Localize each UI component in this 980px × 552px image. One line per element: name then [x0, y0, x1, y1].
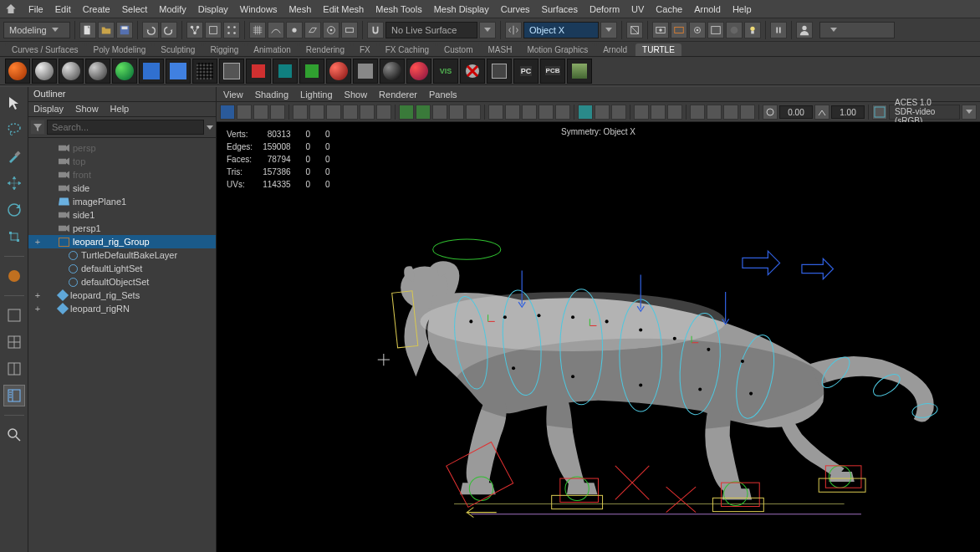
lasso-tool[interactable] — [3, 119, 25, 141]
outliner-item[interactable]: persp1 — [28, 222, 216, 235]
outliner-item[interactable]: defaultObjectSet — [28, 275, 216, 289]
shelf-icon-14[interactable] — [380, 59, 405, 84]
chevron-down-icon[interactable] — [207, 125, 213, 130]
gamma-value[interactable]: 1.00 — [831, 105, 865, 119]
filter-icon[interactable] — [31, 120, 44, 134]
outliner-item[interactable]: +leopard_rig_Sets — [28, 289, 216, 302]
shelf-icon-21[interactable] — [567, 59, 592, 84]
color-mgmt-dropdown[interactable]: ACES 1.0 SDR-video (sRGB) — [889, 105, 960, 120]
menu-uv[interactable]: UV — [631, 4, 644, 14]
last-tool[interactable] — [3, 265, 25, 287]
new-scene-button[interactable] — [79, 22, 96, 38]
two-layout-button[interactable] — [3, 358, 25, 380]
shelf-icon-18[interactable] — [487, 59, 512, 84]
rotate-tool[interactable] — [3, 199, 25, 221]
outliner-item[interactable]: persp — [28, 141, 216, 155]
shelf-icon-0[interactable] — [5, 59, 30, 84]
deformer-icon[interactable] — [740, 105, 755, 120]
menu-curves[interactable]: Curves — [501, 4, 530, 14]
outliner-item[interactable]: imagePlane1 — [28, 195, 216, 208]
menu-modify[interactable]: Modify — [159, 4, 186, 14]
snap-view-button[interactable] — [341, 22, 358, 38]
outliner-layout-button[interactable] — [3, 385, 25, 406]
construction-history-button[interactable] — [626, 22, 643, 38]
xray-joints-button[interactable] — [611, 105, 626, 120]
exposure-gear-icon[interactable] — [763, 105, 778, 120]
expand-icon[interactable]: + — [33, 237, 42, 247]
bookmark-button[interactable] — [253, 105, 268, 120]
camera-select-button[interactable] — [220, 105, 235, 120]
viewport[interactable]: Verts:8031300Edges:15900800Faces:7879400… — [217, 122, 980, 552]
select-tool[interactable] — [3, 92, 25, 114]
shelf-tab-turtle[interactable]: TURTLE — [635, 43, 681, 56]
shelf-icon-19[interactable]: PC — [513, 59, 538, 84]
ipr-button[interactable] — [671, 22, 687, 38]
2d-pan-button[interactable] — [293, 105, 308, 120]
select-hierarchy-button[interactable] — [186, 22, 203, 38]
shelf-tab-custom[interactable]: Custom — [437, 43, 479, 56]
four-layout-button[interactable] — [3, 331, 25, 353]
shelf-tab-rendering[interactable]: Rendering — [299, 43, 351, 56]
account-button[interactable] — [796, 22, 813, 38]
vp-menu-renderer[interactable]: Renderer — [379, 89, 417, 100]
select-object-button[interactable] — [205, 22, 222, 38]
shelf-icon-10[interactable] — [273, 59, 298, 84]
shelf-icon-11[interactable] — [299, 59, 324, 84]
shelf-icon-9[interactable] — [246, 59, 271, 84]
use-default-material-button[interactable] — [432, 105, 447, 120]
shelf-tab-motiongraphics[interactable]: Motion Graphics — [520, 43, 595, 56]
camera-attr-button[interactable] — [237, 105, 252, 120]
snap-live-button[interactable] — [323, 22, 339, 38]
ao-button[interactable] — [522, 105, 537, 120]
single-layout-button[interactable] — [3, 304, 25, 326]
render-button[interactable] — [652, 22, 669, 38]
shelf-tab-polymodeling[interactable]: Poly Modeling — [86, 43, 152, 56]
wireframe-button[interactable] — [399, 105, 414, 120]
shelf-tab-rigging[interactable]: Rigging — [203, 43, 245, 56]
shelf-icon-4[interactable] — [112, 59, 137, 84]
shelf-icon-7[interactable] — [192, 59, 217, 84]
menu-meshtools[interactable]: Mesh Tools — [375, 4, 421, 14]
shelf-icon-8[interactable] — [219, 59, 244, 84]
expand-icon[interactable]: + — [33, 304, 42, 314]
resolution-gate-button[interactable] — [360, 105, 375, 120]
outliner-item[interactable]: +leopard_rig_Group — [28, 235, 216, 248]
outliner-item[interactable]: front — [28, 168, 216, 181]
gate-mask-button[interactable] — [376, 105, 391, 120]
outliner-item[interactable]: side — [28, 181, 216, 195]
symmetry-chevron[interactable] — [600, 22, 617, 38]
image-plane-button[interactable] — [270, 105, 285, 120]
shelf-tab-fx[interactable]: FX — [353, 43, 377, 56]
scale-tool[interactable] — [3, 226, 25, 248]
shelf-icon-12[interactable] — [326, 59, 351, 84]
outliner-menu-display[interactable]: Display — [33, 104, 64, 115]
outliner-item[interactable]: +leopard_rigRN — [28, 302, 216, 315]
shelf-tab-arnold[interactable]: Arnold — [596, 43, 634, 56]
outliner-item[interactable]: side1 — [28, 208, 216, 222]
vp-menu-shading[interactable]: Shading — [255, 89, 288, 100]
expand-icon[interactable]: + — [33, 290, 42, 300]
shelf-icon-6[interactable] — [166, 59, 191, 84]
color-mgmt-icon[interactable] — [872, 105, 887, 120]
menu-arnold[interactable]: Arnold — [694, 4, 721, 14]
menu-file[interactable]: File — [28, 4, 43, 14]
home-icon[interactable] — [5, 3, 17, 15]
color-mgmt-chevron[interactable] — [962, 105, 977, 120]
isolate-button[interactable] — [578, 105, 593, 120]
menu-cache[interactable]: Cache — [656, 4, 682, 14]
shelf-tab-animation[interactable]: Animation — [247, 43, 297, 56]
menu-edit[interactable]: Edit — [55, 4, 71, 14]
menu-mesh[interactable]: Mesh — [288, 4, 311, 14]
shelf-icon-15[interactable] — [406, 59, 431, 84]
outliner-menu-show[interactable]: Show — [75, 104, 99, 115]
textured-button[interactable] — [466, 105, 481, 120]
exposure-value[interactable]: 0.00 — [779, 105, 813, 119]
redo-button[interactable] — [161, 22, 177, 38]
live-surface-chevron[interactable] — [479, 22, 496, 38]
vp-menu-panels[interactable]: Panels — [429, 89, 457, 100]
symmetry-toggle[interactable] — [505, 22, 522, 38]
outliner-item[interactable]: defaultLightSet — [28, 262, 216, 275]
snap-point-button[interactable] — [286, 22, 303, 38]
shelf-icon-13[interactable] — [353, 59, 378, 84]
film-gate-button[interactable] — [343, 105, 358, 120]
